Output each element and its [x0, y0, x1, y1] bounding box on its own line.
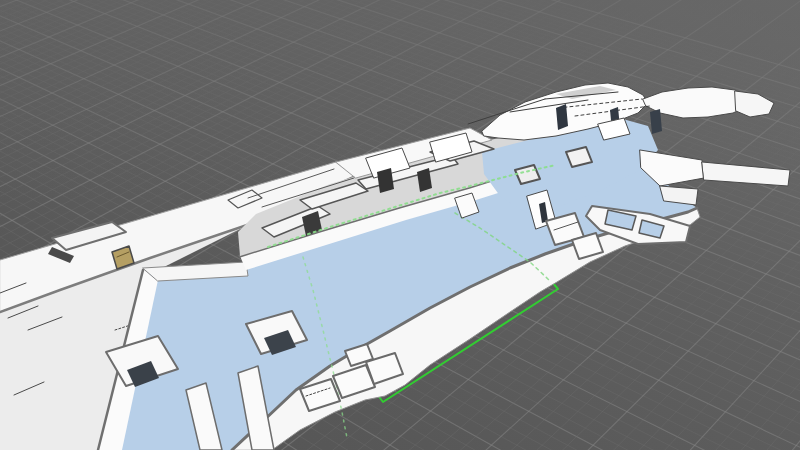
viewport-3d[interactable] — [0, 0, 800, 450]
scene-svg — [0, 0, 800, 450]
superstructure-doorway — [556, 104, 568, 130]
hatch-outline — [566, 147, 592, 167]
superstructure-doorway — [650, 109, 662, 134]
deck-dark-box — [377, 168, 394, 193]
